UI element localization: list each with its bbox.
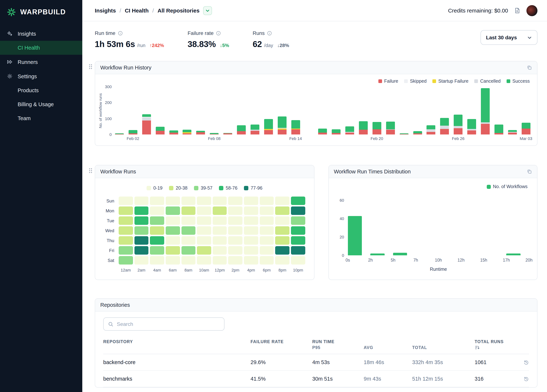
history-bar[interactable]	[481, 88, 490, 134]
heatmap-cell[interactable]	[181, 256, 195, 265]
heatmap-cell[interactable]	[150, 246, 164, 254]
breadcrumb-all-repositories[interactable]: All Repositories	[157, 7, 199, 14]
history-bar[interactable]	[494, 124, 503, 134]
history-bar[interactable]	[372, 122, 381, 134]
breadcrumb-insights[interactable]: Insights	[95, 7, 116, 14]
heatmap-cell[interactable]	[244, 256, 258, 265]
heatmap-cell[interactable]	[228, 226, 242, 235]
heatmap-cell[interactable]	[197, 246, 211, 254]
heatmap-cell[interactable]	[197, 256, 211, 265]
heatmap-cell[interactable]	[275, 226, 289, 235]
heatmap-cell[interactable]	[213, 216, 227, 225]
heatmap-cell[interactable]	[166, 197, 180, 205]
history-bar[interactable]	[223, 133, 232, 134]
column-header-run-time[interactable]: RUN TIME	[312, 339, 364, 344]
heatmap-cell[interactable]	[213, 246, 227, 254]
heatmap-cell[interactable]	[228, 236, 242, 245]
info-icon[interactable]	[118, 31, 123, 35]
search-input[interactable]	[117, 321, 220, 327]
heatmap-cell[interactable]	[244, 246, 258, 254]
heatmap-cell[interactable]	[275, 216, 289, 225]
history-bar[interactable]	[467, 119, 476, 134]
heatmap-cell[interactable]	[197, 236, 211, 245]
column-header-p95[interactable]: P95	[312, 345, 364, 350]
heatmap-cell[interactable]	[166, 206, 180, 215]
heatmap-cell[interactable]	[228, 256, 242, 265]
info-icon[interactable]	[267, 31, 272, 35]
history-bar[interactable]	[142, 114, 151, 134]
heatmap-cell[interactable]	[150, 206, 164, 215]
heatmap-cell[interactable]	[197, 226, 211, 235]
heatmap-cell[interactable]	[260, 206, 274, 215]
heatmap-cell[interactable]	[181, 197, 195, 205]
legend-item-success[interactable]: Success	[506, 79, 530, 84]
heatmap-cell[interactable]	[291, 206, 305, 215]
heatmap-cell[interactable]	[197, 206, 211, 215]
column-header-total[interactable]: TOTAL	[412, 345, 475, 350]
heatmap-cell[interactable]	[244, 226, 258, 235]
history-bar[interactable]	[386, 121, 395, 134]
heatmap-cell[interactable]	[244, 216, 258, 225]
sidebar-item-insights[interactable]: Insights	[0, 27, 82, 41]
date-range-selector[interactable]: Last 30 days	[480, 30, 537, 45]
sidebar-item-ci-health[interactable]: CI Health	[0, 41, 82, 55]
heatmap-cell[interactable]	[291, 246, 305, 254]
sidebar-item-runners[interactable]: Runners	[0, 55, 82, 69]
drag-handle-icon[interactable]	[89, 64, 92, 71]
heatmap-cell[interactable]	[119, 216, 133, 225]
legend-item-failure[interactable]: Failure	[378, 79, 398, 84]
heatmap-cell[interactable]	[260, 226, 274, 235]
heatmap-cell[interactable]	[150, 197, 164, 205]
heatmap-cell[interactable]	[166, 226, 180, 235]
column-header-avg[interactable]: AVG	[364, 345, 412, 350]
heatmap-cell[interactable]	[134, 216, 148, 225]
history-bar[interactable]	[115, 133, 124, 134]
heatmap-cell[interactable]	[181, 216, 195, 225]
history-bar[interactable]	[264, 119, 273, 134]
heatmap-cell[interactable]	[228, 206, 242, 215]
heatmap-cell[interactable]	[244, 236, 258, 245]
heatmap-cell[interactable]	[291, 216, 305, 225]
heatmap-cell[interactable]	[213, 197, 227, 205]
heatmap-cell[interactable]	[119, 226, 133, 235]
histogram-bar[interactable]	[370, 254, 384, 255]
heatmap-cell[interactable]	[275, 256, 289, 265]
legend-item-startup_failure[interactable]: Startup Failure	[432, 79, 468, 84]
heatmap-cell[interactable]	[244, 206, 258, 215]
heatmap-cell[interactable]	[150, 216, 164, 225]
heatmap-cell[interactable]	[197, 197, 211, 205]
heatmap-cell[interactable]	[275, 206, 289, 215]
heatmap-cell[interactable]	[275, 246, 289, 254]
repository-dropdown-button[interactable]	[203, 6, 212, 15]
heatmap-cell[interactable]	[119, 197, 133, 205]
history-icon[interactable]	[518, 376, 529, 382]
heatmap-cell[interactable]	[197, 216, 211, 225]
heatmap-cell[interactable]	[166, 216, 180, 225]
history-bar[interactable]	[183, 130, 191, 134]
heatmap-cell[interactable]	[166, 236, 180, 245]
history-bar[interactable]	[454, 115, 463, 134]
heatmap-cell[interactable]	[213, 226, 227, 235]
history-bar[interactable]	[318, 128, 327, 134]
heatmap-cell[interactable]	[275, 236, 289, 245]
avatar[interactable]	[526, 5, 537, 16]
heatmap-cell[interactable]	[134, 197, 148, 205]
heatmap-cell[interactable]	[119, 246, 133, 254]
history-bar[interactable]	[399, 133, 408, 134]
heatmap-cell[interactable]	[150, 236, 164, 245]
heatmap-cell[interactable]	[228, 216, 242, 225]
heatmap-cell[interactable]	[119, 206, 133, 215]
history-bar[interactable]	[413, 131, 422, 134]
history-bar[interactable]	[291, 120, 300, 134]
heatmap-cell[interactable]	[150, 226, 164, 235]
legend-item-cancelled[interactable]: Cancelled	[474, 79, 500, 84]
history-bar[interactable]	[440, 118, 449, 134]
heatmap-cell[interactable]	[228, 246, 242, 254]
heatmap-cell[interactable]	[213, 206, 227, 215]
heatmap-cell[interactable]	[166, 256, 180, 265]
drag-handle-icon[interactable]	[89, 168, 92, 175]
heatmap-cell[interactable]	[260, 256, 274, 265]
heatmap-cell[interactable]	[291, 197, 305, 205]
history-bar[interactable]	[508, 130, 517, 134]
legend-item-skipped[interactable]: Skipped	[404, 79, 426, 84]
